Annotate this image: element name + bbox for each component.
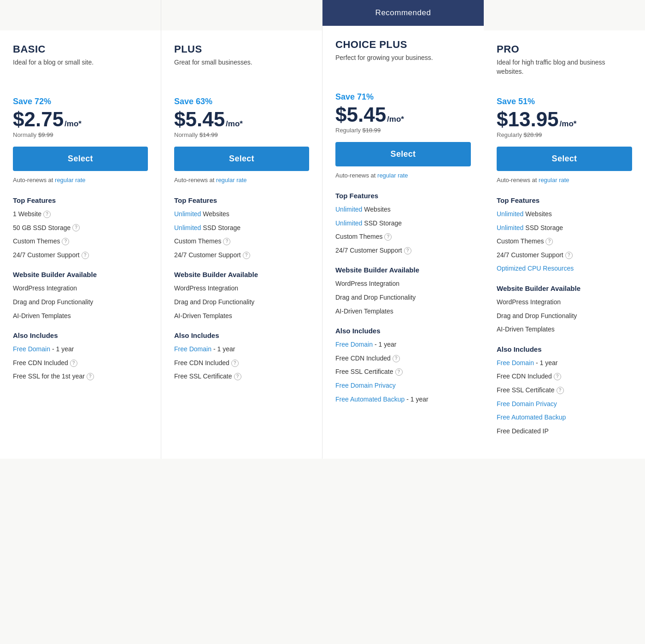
- top-feature-item-choice-plus-1: Unlimited SSD Storage: [335, 219, 471, 228]
- top-feature-item-basic-0: 1 Website?: [13, 210, 148, 219]
- also-feature-pro-4: Free Automated Backup: [497, 413, 632, 422]
- also-feature-choice-plus-4: Free Automated Backup - 1 year: [335, 395, 471, 404]
- help-icon[interactable]: ?: [384, 233, 392, 241]
- select-button-basic[interactable]: Select: [13, 147, 148, 171]
- plan-body-plus: Top FeaturesUnlimited WebsitesUnlimited …: [161, 196, 322, 381]
- plan-body-choice-plus: Top FeaturesUnlimited WebsitesUnlimited …: [322, 192, 484, 404]
- builder-feature-choice-plus-0: WordPress Integration: [335, 279, 471, 289]
- plan-desc-choice-plus: Perfect for growing your business.: [335, 53, 471, 79]
- help-icon[interactable]: ?: [231, 360, 239, 367]
- help-icon[interactable]: ?: [557, 387, 564, 394]
- auto-renew-plus: Auto-renews at regular rate: [174, 177, 309, 183]
- auto-renew-basic: Auto-renews at regular rate: [13, 177, 148, 183]
- save-label-choice-plus: Save 71%: [335, 92, 471, 102]
- also-feature-plus-0: Free Domain - 1 year: [174, 345, 309, 354]
- price-row-choice-plus: $5.45/mo*: [335, 105, 471, 125]
- top-feature-item-plus-0: Unlimited Websites: [174, 210, 309, 219]
- help-icon[interactable]: ?: [43, 211, 51, 218]
- plan-col-choice-plus: RecommendedCHOICE PLUSPerfect for growin…: [322, 0, 484, 459]
- plan-name-plus: PLUS: [174, 43, 309, 55]
- plan-name-choice-plus: CHOICE PLUS: [335, 39, 471, 51]
- builder-title-choice-plus: Website Builder Available: [335, 266, 471, 274]
- builder-title-pro: Website Builder Available: [497, 284, 632, 292]
- top-feature-item-choice-plus-0: Unlimited Websites: [335, 205, 471, 214]
- save-label-plus: Save 63%: [174, 97, 309, 106]
- help-icon[interactable]: ?: [87, 373, 94, 380]
- pricing-grid: BASICIdeal for a blog or small site.Save…: [0, 0, 645, 459]
- top-feature-item-plus-3: 24/7 Customer Support?: [174, 251, 309, 260]
- also-feature-basic-2: Free SSL for the 1st year?: [13, 372, 148, 381]
- also-title-pro: Also Includes: [497, 345, 632, 353]
- also-feature-choice-plus-3: Free Domain Privacy: [335, 381, 471, 390]
- price-amount-plus: $5.45: [174, 109, 225, 130]
- top-features-title-choice-plus: Top Features: [335, 192, 471, 200]
- plan-body-pro: Top FeaturesUnlimited WebsitesUnlimited …: [484, 196, 645, 436]
- plan-col-plus: PLUSGreat for small businesses.Save 63%$…: [161, 0, 322, 459]
- also-feature-basic-1: Free CDN Included?: [13, 359, 148, 368]
- top-feature-item-basic-3: 24/7 Customer Support?: [13, 251, 148, 260]
- help-icon[interactable]: ?: [545, 238, 553, 245]
- select-button-pro[interactable]: Select: [497, 147, 632, 171]
- regular-rate-link-basic[interactable]: regular rate: [55, 177, 85, 183]
- help-icon[interactable]: ?: [565, 252, 573, 259]
- help-icon[interactable]: ?: [234, 373, 241, 380]
- help-icon[interactable]: ?: [404, 247, 411, 254]
- recommended-badge: Recommended: [322, 0, 484, 26]
- help-icon[interactable]: ?: [393, 355, 400, 362]
- price-normally-pro: Regularly $28.99: [497, 131, 632, 138]
- builder-feature-plus-2: AI-Driven Templates: [174, 312, 309, 321]
- also-feature-plus-1: Free CDN Included?: [174, 359, 309, 368]
- top-feature-item-choice-plus-2: Custom Themes?: [335, 232, 471, 242]
- also-feature-plus-2: Free SSL Certificate?: [174, 372, 309, 381]
- save-label-pro: Save 51%: [497, 97, 632, 106]
- plan-col-basic: BASICIdeal for a blog or small site.Save…: [0, 0, 161, 459]
- auto-renew-choice-plus: Auto-renews at regular rate: [335, 172, 471, 179]
- top-features-title-pro: Top Features: [497, 196, 632, 204]
- also-feature-choice-plus-1: Free CDN Included?: [335, 354, 471, 363]
- price-amount-pro: $13.95: [497, 109, 559, 130]
- regular-rate-link-plus[interactable]: regular rate: [216, 177, 246, 183]
- price-normally-choice-plus: Regularly $18.99: [335, 127, 471, 134]
- help-icon[interactable]: ?: [70, 360, 77, 367]
- help-icon[interactable]: ?: [243, 252, 250, 259]
- price-mo-basic: /mo*: [64, 119, 82, 129]
- builder-feature-pro-2: AI-Driven Templates: [497, 325, 632, 334]
- help-icon[interactable]: ?: [72, 224, 80, 231]
- price-normally-plus: Normally $14.99: [174, 131, 309, 138]
- help-icon[interactable]: ?: [62, 238, 69, 245]
- top-feature-item-choice-plus-3: 24/7 Customer Support?: [335, 246, 471, 255]
- builder-feature-plus-1: Drag and Drop Functionality: [174, 298, 309, 307]
- plan-header-plus: PLUSGreat for small businesses.Save 63%$…: [161, 30, 322, 183]
- select-button-plus[interactable]: Select: [174, 147, 309, 171]
- top-feature-item-pro-1: Unlimited SSD Storage: [497, 224, 632, 233]
- regular-rate-link-choice-plus[interactable]: regular rate: [377, 172, 408, 179]
- price-row-plus: $5.45/mo*: [174, 109, 309, 130]
- no-badge: [161, 0, 322, 30]
- builder-title-plus: Website Builder Available: [174, 271, 309, 278]
- builder-feature-pro-1: Drag and Drop Functionality: [497, 312, 632, 321]
- price-mo-choice-plus: /mo*: [387, 115, 404, 124]
- builder-feature-plus-0: WordPress Integration: [174, 284, 309, 293]
- top-feature-item-plus-1: Unlimited SSD Storage: [174, 224, 309, 233]
- no-badge: [0, 0, 161, 30]
- no-badge: [484, 0, 645, 30]
- select-button-choice-plus[interactable]: Select: [335, 142, 471, 166]
- save-label-basic: Save 72%: [13, 97, 148, 106]
- price-mo-pro: /mo*: [560, 119, 577, 129]
- builder-feature-pro-0: WordPress Integration: [497, 298, 632, 307]
- regular-rate-link-pro[interactable]: regular rate: [539, 177, 569, 183]
- builder-feature-choice-plus-1: Drag and Drop Functionality: [335, 293, 471, 302]
- also-feature-pro-1: Free CDN Included?: [497, 372, 632, 381]
- help-icon[interactable]: ?: [82, 252, 89, 259]
- also-feature-choice-plus-2: Free SSL Certificate?: [335, 367, 471, 377]
- top-features-title-plus: Top Features: [174, 196, 309, 204]
- help-icon[interactable]: ?: [395, 368, 403, 376]
- price-mo-plus: /mo*: [226, 119, 243, 129]
- help-icon[interactable]: ?: [554, 373, 561, 380]
- price-row-basic: $2.75/mo*: [13, 109, 148, 130]
- plan-header-basic: BASICIdeal for a blog or small site.Save…: [0, 30, 161, 183]
- top-feature-item-pro-2: Custom Themes?: [497, 237, 632, 246]
- also-title-choice-plus: Also Includes: [335, 327, 471, 335]
- help-icon[interactable]: ?: [223, 238, 230, 245]
- top-feature-item-plus-2: Custom Themes?: [174, 237, 309, 246]
